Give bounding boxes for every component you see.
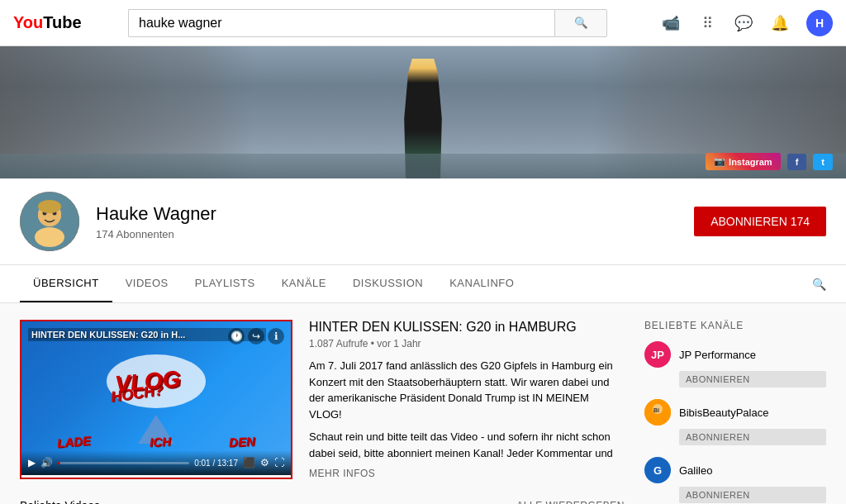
- avatar[interactable]: H: [806, 10, 833, 36]
- fullscreen-button[interactable]: ⛶: [274, 457, 284, 468]
- video-main-title: HINTER DEN KULISSEN: G20 in HAMBURG: [309, 320, 625, 335]
- channel-avatar: [20, 192, 79, 251]
- progress-fill: [58, 462, 60, 464]
- search-icon: 🔍: [574, 17, 588, 29]
- video-controls: ▶ 🔊 0:01 / 13:17 ⬛ ⚙ ⛶: [21, 450, 291, 475]
- video-icons-top: 🕐 ↪ ℹ: [228, 328, 284, 345]
- sidebar: BELIEBTE KANÄLE JP JP Performance ABONNI…: [644, 320, 826, 504]
- channel-tabs: ÜBERSICHT VIDEOS PLAYLISTS KANÄLE DISKUS…: [0, 265, 846, 303]
- tab-videos[interactable]: VIDEOS: [112, 265, 182, 302]
- more-info-link[interactable]: MEHR INFOS: [309, 468, 625, 479]
- message-icon[interactable]: 💬: [734, 13, 753, 33]
- channel-avatar-img: [20, 192, 79, 251]
- facebook-button[interactable]: f: [787, 154, 807, 170]
- video-meta: 1.087 Aufrufe • vor 1 Jahr: [309, 338, 625, 349]
- search-input[interactable]: [128, 9, 554, 37]
- time-display: 0:01 / 13:17: [194, 459, 238, 468]
- volume-button[interactable]: 🔊: [40, 457, 53, 468]
- video-text-2: Schaut rein und bitte teilt das Video - …: [309, 429, 625, 461]
- jp-performance-subscribe[interactable]: ABONNIEREN: [679, 371, 826, 388]
- apps-icon[interactable]: ⠿: [697, 13, 717, 33]
- instagram-button[interactable]: 📷 Instagram: [706, 153, 781, 170]
- lade-text: LADE: [57, 433, 92, 449]
- youtube-logo[interactable]: YouTube: [13, 13, 82, 32]
- video-text-1: Am 7. Juli 2017 fand anlässlich des G20 …: [309, 358, 625, 422]
- channel-details: Hauke Wagner 174 Abonnenten: [96, 203, 694, 240]
- jp-performance-label[interactable]: JP Performance: [679, 349, 756, 361]
- sidebar-title: BELIEBTE KANÄLE: [644, 320, 826, 331]
- tab-search-icon[interactable]: 🔍: [812, 278, 826, 291]
- bibis-icon: Bi: [644, 399, 671, 426]
- galileo-subscribe[interactable]: ABONNIEREN: [679, 487, 826, 503]
- play-button[interactable]: ▶: [28, 457, 36, 468]
- clock-icon[interactable]: 🕐: [228, 328, 245, 345]
- play-all-link[interactable]: ALLE WIEDERGEBEN: [516, 500, 625, 504]
- den-text: DEN: [229, 434, 256, 449]
- video-player-wrap[interactable]: HINTER DEN KULISSEN: G20 in H... 🕐 ↪ ℹ H…: [20, 320, 292, 479]
- popular-section-header: Beliebte Videos ALLE WIEDERGEBEN: [20, 499, 625, 504]
- svg-point-2: [35, 227, 64, 247]
- svg-text:Bi: Bi: [654, 407, 659, 413]
- subtitles-button[interactable]: ⬛: [243, 457, 255, 468]
- tab-kanalinfo[interactable]: KANALINFO: [436, 265, 527, 302]
- video-player: HINTER DEN KULISSEN: G20 in H... 🕐 ↪ ℹ H…: [21, 321, 291, 475]
- sidebar-channel-jp-performance: JP JP Performance ABONNIEREN: [644, 341, 826, 388]
- bibis-label[interactable]: BibisBeautyPalace: [679, 407, 768, 419]
- video-camera-icon[interactable]: 📹: [661, 13, 681, 33]
- nav-icons: 📹 ⠿ 💬 🔔 H: [661, 10, 833, 36]
- galileo-row: G Galileo: [644, 457, 826, 483]
- channel-name: Hauke Wagner: [96, 203, 694, 225]
- jp-performance-icon: JP: [644, 341, 671, 368]
- banner-social: 📷 Instagram f t: [706, 153, 833, 170]
- share-icon[interactable]: ↪: [248, 328, 264, 345]
- featured-video: HINTER DEN KULISSEN: G20 in H... 🕐 ↪ ℹ H…: [20, 320, 625, 479]
- popular-section-title: Beliebte Videos: [20, 499, 100, 504]
- channel-subscribers: 174 Abonnenten: [96, 228, 694, 240]
- video-description: HINTER DEN KULISSEN: G20 in HAMBURG 1.08…: [309, 320, 625, 479]
- channel-info: Hauke Wagner 174 Abonnenten ABONNIEREN 1…: [0, 178, 846, 265]
- instagram-icon: 📷: [714, 156, 725, 167]
- settings-button[interactable]: ⚙: [260, 457, 269, 468]
- tab-playlists[interactable]: PLAYLISTS: [182, 265, 269, 302]
- bell-icon[interactable]: 🔔: [770, 13, 790, 33]
- ich-text: ICH: [149, 434, 171, 449]
- content-left: HINTER DEN KULISSEN: G20 in H... 🕐 ↪ ℹ H…: [20, 320, 625, 504]
- galileo-icon: G: [644, 457, 671, 483]
- progress-bar[interactable]: [58, 462, 189, 464]
- jp-performance-row: JP JP Performance: [644, 341, 826, 368]
- tab-ubersicht[interactable]: ÜBERSICHT: [20, 265, 112, 302]
- bibis-subscribe[interactable]: ABONNIEREN: [679, 429, 826, 445]
- sidebar-channel-bibis: Bi BibisBeautyPalace ABONNIEREN: [644, 399, 826, 445]
- twitter-button[interactable]: t: [813, 154, 833, 170]
- tab-kanale[interactable]: KANÄLE: [269, 265, 340, 302]
- main-content: HINTER DEN KULISSEN: G20 in H... 🕐 ↪ ℹ H…: [0, 303, 846, 504]
- svg-point-6: [38, 200, 61, 213]
- info-icon[interactable]: ℹ: [268, 328, 284, 345]
- search-button[interactable]: 🔍: [554, 9, 607, 37]
- galileo-label[interactable]: Galileo: [679, 464, 712, 477]
- channel-banner: 📷 Instagram f t: [0, 46, 846, 178]
- top-navigation: YouTube 🔍 📹 ⠿ 💬 🔔 H: [0, 0, 846, 46]
- subscribe-button[interactable]: ABONNIEREN 174: [694, 207, 826, 236]
- tab-diskussion[interactable]: DISKUSSION: [340, 265, 436, 302]
- sidebar-channel-galileo: G Galileo ABONNIEREN: [644, 457, 826, 503]
- search-bar: 🔍: [128, 9, 607, 37]
- bibis-row: Bi BibisBeautyPalace: [644, 399, 826, 426]
